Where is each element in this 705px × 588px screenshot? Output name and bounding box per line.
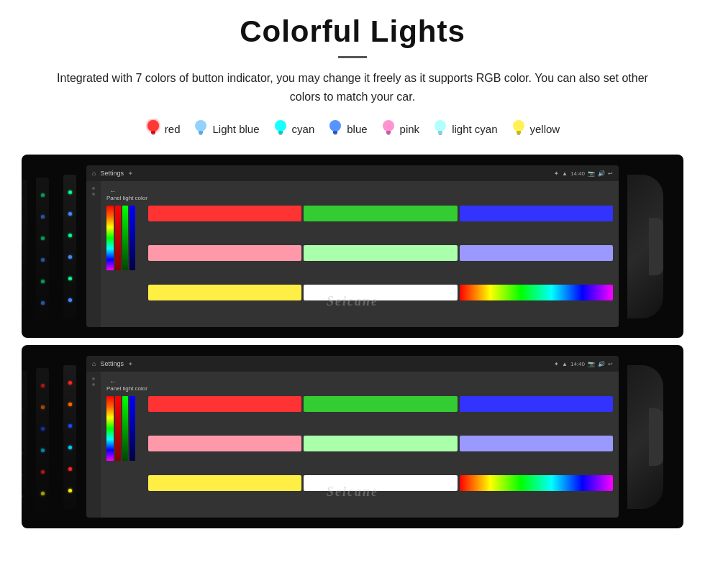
color-item-cyan: cyan (273, 119, 315, 139)
bulb-icon-lightblue (193, 119, 209, 139)
svg-point-3 (195, 120, 206, 132)
svg-rect-4 (199, 131, 203, 134)
settings-star-1: ✦ (128, 170, 133, 177)
screen-header-left-2: ⌂ Settings ✦ (92, 360, 133, 367)
swatch-white-1[interactable] (304, 285, 457, 300)
svg-point-18 (513, 120, 524, 132)
screen-content-1: ← Panel light color (86, 181, 619, 327)
svg-rect-2 (152, 134, 155, 135)
color-label-blue: blue (347, 123, 367, 135)
color-item-pink: pink (381, 119, 420, 139)
svg-rect-19 (517, 131, 521, 134)
swatch-lightgreen-2[interactable] (304, 436, 457, 451)
svg-point-0 (147, 120, 159, 132)
swatch-purple-1[interactable] (460, 245, 613, 261)
swatch-blue-2[interactable] (460, 396, 613, 412)
screen-content-2: ← Panel light color (86, 372, 619, 518)
svg-rect-5 (199, 134, 202, 135)
back-arrow-1[interactable]: ← (109, 187, 613, 195)
car-unit-1: ⌂ Settings ✦ ✦ ▲ 14:40 📷 🔊 ↩ (22, 155, 683, 338)
screen-area-1: ⌂ Settings ✦ ✦ ▲ 14:40 📷 🔊 ↩ (86, 165, 619, 327)
settings-text-1: Settings (100, 170, 124, 177)
swatch-white-2[interactable] (304, 475, 457, 491)
bar-red-1 (115, 206, 121, 270)
bar-blue-2 (129, 396, 135, 461)
color-item-yellow: yellow (511, 119, 560, 139)
home-icon-2: ⌂ (92, 360, 96, 367)
bulb-icon-blue (327, 119, 343, 139)
sidebar-dot-2 (92, 193, 95, 196)
right-trim-1 (627, 175, 663, 318)
panel-light-label-2: Panel light color (106, 385, 613, 392)
right-trim-2 (627, 365, 663, 509)
color-swatches-1 (148, 206, 613, 321)
svg-rect-1 (151, 131, 155, 134)
swatch-lightgreen-1[interactable] (304, 245, 457, 261)
svg-rect-20 (517, 134, 520, 135)
swatch-green-1[interactable] (304, 206, 457, 221)
screen-area-2: ⌂ Settings ✦ ✦ ▲ 14:40 📷 🔊 ↩ (86, 356, 619, 518)
bulb-icon-cyan (273, 119, 288, 139)
car-units-container: ⌂ Settings ✦ ✦ ▲ 14:40 📷 🔊 ↩ (22, 155, 683, 528)
panel-strip-bg2 (36, 178, 49, 321)
screen-main-2: ← Panel light color (101, 372, 619, 518)
screen-header-left-1: ⌂ Settings ✦ (92, 170, 133, 177)
color-indicators: red Light blue cyan (22, 119, 683, 139)
bar-blue-1 (129, 206, 135, 270)
sidebar-dot-3 (92, 377, 95, 380)
color-label-pink: pink (400, 123, 420, 135)
vol-icon-1: 🔊 (598, 170, 605, 177)
color-grid-area-2 (106, 396, 613, 512)
swatch-purple-2[interactable] (460, 436, 613, 451)
bar-rainbow-1 (106, 206, 114, 270)
color-label-yellow: yellow (530, 123, 560, 135)
color-bars-2 (106, 396, 142, 512)
panel-left-2 (22, 345, 79, 528)
color-grid-area-1 (106, 206, 613, 321)
back-arrow-2[interactable]: ← (109, 377, 613, 385)
back-icon-2: ↩ (608, 361, 613, 367)
svg-point-12 (383, 120, 394, 132)
bulb-icon-red (145, 119, 161, 139)
color-swatches-2 (148, 396, 613, 512)
screen-main-1: ← Panel light color (101, 181, 619, 327)
panel-strip-main-2 (63, 365, 76, 509)
svg-rect-11 (334, 134, 337, 135)
car-unit-2: ⌂ Settings ✦ ✦ ▲ 14:40 📷 🔊 ↩ (22, 345, 683, 528)
swatch-red-2[interactable] (148, 396, 301, 412)
panel-strip-bg3 (22, 180, 27, 324)
bar-green-2 (122, 396, 128, 461)
swatch-yellow-1[interactable] (148, 285, 301, 300)
sidebar-dot-4 (92, 383, 95, 386)
camera-icon-1: 📷 (588, 170, 595, 177)
camera-icon-2: 📷 (588, 361, 595, 367)
swatch-rainbow-1[interactable] (460, 285, 613, 300)
home-icon-1: ⌂ (92, 170, 96, 177)
color-item-lightcyan: light cyan (432, 119, 497, 139)
color-label-lightblue: Light blue (212, 123, 259, 135)
swatch-pink-1[interactable] (148, 245, 301, 261)
settings-text-2: Settings (100, 360, 124, 367)
screen-header-right-2: ✦ ▲ 14:40 📷 🔊 ↩ (554, 361, 613, 367)
swatch-green-2[interactable] (304, 396, 457, 412)
vol-icon-2: 🔊 (598, 361, 605, 367)
bt-icon-2: ✦ (554, 361, 559, 367)
color-item-lightblue: Light blue (193, 119, 259, 139)
back-icon-1: ↩ (608, 170, 613, 177)
title-divider (338, 56, 367, 58)
screen-sidebar-1 (86, 181, 101, 327)
sidebar-dot-1 (92, 187, 95, 190)
swatch-rainbow-2[interactable] (460, 475, 613, 491)
color-bars-1 (106, 206, 142, 321)
svg-point-15 (435, 120, 446, 132)
swatch-red-1[interactable] (148, 206, 301, 221)
color-label-cyan: cyan (292, 123, 315, 135)
svg-rect-10 (333, 131, 337, 134)
page-title: Colorful Lights (22, 14, 683, 49)
screen-header-1: ⌂ Settings ✦ ✦ ▲ 14:40 📷 🔊 ↩ (86, 165, 619, 181)
swatch-blue-1[interactable] (460, 206, 613, 221)
swatch-yellow-2[interactable] (148, 475, 301, 491)
swatch-pink-2[interactable] (148, 436, 301, 451)
bt-icon-1: ✦ (554, 170, 559, 177)
page-container: Colorful Lights Integrated with 7 colors… (0, 0, 705, 550)
